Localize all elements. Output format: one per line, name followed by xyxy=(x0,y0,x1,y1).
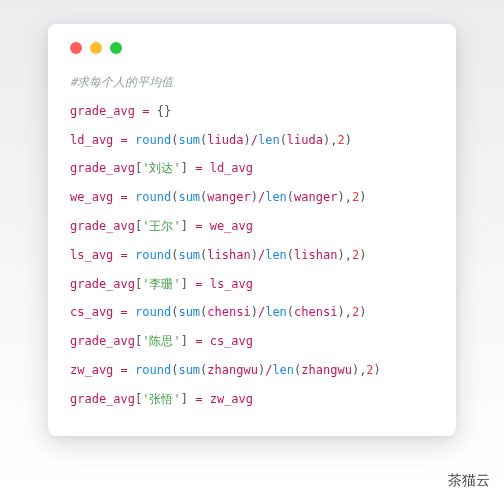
code-token: grade_avg xyxy=(70,161,135,175)
code-token: '张悟' xyxy=(142,392,180,406)
code-token: cs_avg xyxy=(210,334,253,348)
code-token: ( xyxy=(287,248,294,262)
stage: #求每个人的平均值 grade_avg = {} ld_avg = round(… xyxy=(0,0,504,500)
code-token: len xyxy=(265,248,287,262)
code-token: ] xyxy=(181,161,188,175)
code-token: liuda xyxy=(287,133,323,147)
code-token: = xyxy=(121,133,128,147)
code-token: = xyxy=(195,161,202,175)
code-token: , xyxy=(345,248,352,262)
code-token: ( xyxy=(280,133,287,147)
code-token: grade_avg xyxy=(70,104,135,118)
code-token: ) xyxy=(251,248,258,262)
code-token: ) xyxy=(359,190,366,204)
code-token: ] xyxy=(181,392,188,406)
code-token: '刘达' xyxy=(142,161,180,175)
code-token: ld_avg xyxy=(70,133,113,147)
code-token: = xyxy=(195,392,202,406)
code-token: we_avg xyxy=(210,219,253,233)
code-token: zhangwu xyxy=(207,363,258,377)
code-token: grade_avg xyxy=(70,334,135,348)
code-token: chensi xyxy=(294,305,337,319)
code-token: = xyxy=(195,334,202,348)
code-token: / xyxy=(251,133,258,147)
code-token: '李珊' xyxy=(142,277,180,291)
code-token: len xyxy=(265,190,287,204)
code-token: zw_avg xyxy=(210,392,253,406)
code-token: sum xyxy=(178,305,200,319)
code-token: = xyxy=(121,305,128,319)
window-controls xyxy=(70,42,434,54)
code-token: ) xyxy=(374,363,381,377)
code-token: cs_avg xyxy=(70,305,113,319)
code-token: ] xyxy=(181,277,188,291)
code-token: ) xyxy=(359,305,366,319)
code-token: = xyxy=(121,190,128,204)
code-token: ) xyxy=(359,248,366,262)
code-token: #求每个人的平均值 xyxy=(70,75,173,89)
code-token: grade_avg xyxy=(70,392,135,406)
code-token: {} xyxy=(157,104,171,118)
code-token: sum xyxy=(178,190,200,204)
code-block: #求每个人的平均值 grade_avg = {} ld_avg = round(… xyxy=(70,68,434,414)
code-token: '陈思' xyxy=(142,334,180,348)
code-token: , xyxy=(345,190,352,204)
code-token: '王尔' xyxy=(142,219,180,233)
code-token: = xyxy=(142,104,149,118)
code-token: we_avg xyxy=(70,190,113,204)
code-token: lishan xyxy=(207,248,250,262)
code-token: ] xyxy=(181,219,188,233)
code-token: ) xyxy=(337,305,344,319)
code-token: round xyxy=(135,305,171,319)
code-token: round xyxy=(135,190,171,204)
code-token: wanger xyxy=(294,190,337,204)
code-token: len xyxy=(258,133,280,147)
code-token: , xyxy=(345,305,352,319)
code-token: round xyxy=(135,363,171,377)
code-token: ] xyxy=(181,334,188,348)
code-token: sum xyxy=(178,363,200,377)
code-token: wanger xyxy=(207,190,250,204)
code-token: len xyxy=(265,305,287,319)
code-token: zhangwu xyxy=(301,363,352,377)
code-token: grade_avg xyxy=(70,277,135,291)
code-token: ls_avg xyxy=(70,248,113,262)
code-token: 2 xyxy=(366,363,373,377)
code-token: ) xyxy=(337,190,344,204)
code-token: = xyxy=(121,363,128,377)
code-token: ( xyxy=(287,305,294,319)
close-icon[interactable] xyxy=(70,42,82,54)
code-token: ls_avg xyxy=(210,277,253,291)
code-token: ) xyxy=(251,305,258,319)
code-window: #求每个人的平均值 grade_avg = {} ld_avg = round(… xyxy=(48,24,456,436)
code-token: ) xyxy=(337,248,344,262)
code-token: ( xyxy=(287,190,294,204)
minimize-icon[interactable] xyxy=(90,42,102,54)
code-token: = xyxy=(195,219,202,233)
code-token: len xyxy=(272,363,294,377)
code-token: 2 xyxy=(337,133,344,147)
code-token: zw_avg xyxy=(70,363,113,377)
code-token: lishan xyxy=(294,248,337,262)
code-token: sum xyxy=(178,248,200,262)
code-token: = xyxy=(121,248,128,262)
code-token: = xyxy=(195,277,202,291)
code-token: chensi xyxy=(207,305,250,319)
code-token: ) xyxy=(345,133,352,147)
code-token: round xyxy=(135,133,171,147)
code-token: grade_avg xyxy=(70,219,135,233)
signature: 茶猫云 xyxy=(448,472,490,490)
code-token: ) xyxy=(243,133,250,147)
code-token: round xyxy=(135,248,171,262)
code-token: liuda xyxy=(207,133,243,147)
zoom-icon[interactable] xyxy=(110,42,122,54)
code-token: sum xyxy=(178,133,200,147)
code-token: ) xyxy=(251,190,258,204)
code-token: ld_avg xyxy=(210,161,253,175)
